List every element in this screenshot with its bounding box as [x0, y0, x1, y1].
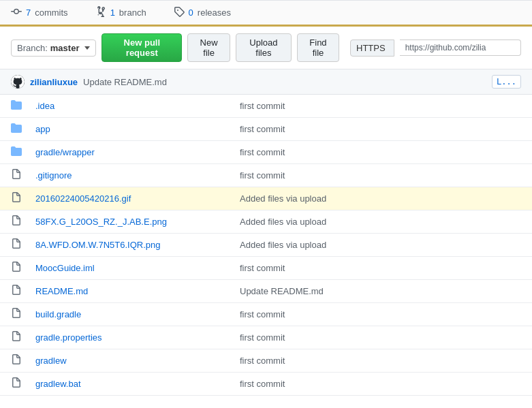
branch-caret-icon [84, 46, 90, 50]
file-name-link[interactable]: 58FX.G_L20OS_RZ._J.AB.E.png [35, 217, 167, 227]
file-commit-message[interactable]: first commit [240, 332, 285, 343]
file-name-link[interactable]: MoocGuide.iml [35, 263, 95, 273]
find-file-button[interactable]: Find file [297, 33, 339, 62]
file-icon [0, 326, 25, 349]
new-pull-request-button[interactable]: New pull request [101, 33, 182, 62]
upload-files-button[interactable]: Upload files [236, 33, 292, 62]
commit-hash[interactable]: L... [492, 75, 521, 89]
file-icon [0, 280, 25, 303]
branches-stat[interactable]: 1 branch [95, 6, 146, 19]
file-icon [0, 164, 25, 187]
branch-count[interactable]: 1 [110, 7, 115, 18]
file-icon [0, 234, 25, 257]
table-row: .ideafirst commit [0, 95, 532, 118]
commits-icon [11, 6, 22, 19]
table-row: gradlew.batfirst commit [0, 373, 532, 396]
branch-icon [95, 6, 106, 19]
file-commit-message[interactable]: Update README.md [240, 286, 324, 296]
table-row: .gitignorefirst commit [0, 164, 532, 187]
table-row: 20160224005420216.gifAdded files via upl… [0, 187, 532, 210]
commits-label: commits [35, 7, 67, 18]
file-commit-message[interactable]: first commit [240, 170, 285, 181]
file-commit-message[interactable]: first commit [240, 101, 285, 111]
table-row: README.mdUpdate README.md [0, 280, 532, 303]
file-commit-message[interactable]: first commit [240, 309, 285, 319]
table-row: gradlewfirst commit [0, 349, 532, 373]
file-commit-message[interactable]: Added files via upload [240, 240, 326, 250]
new-file-button[interactable]: New file [187, 33, 230, 62]
table-row: 58FX.G_L20OS_RZ._J.AB.E.pngAdded files v… [0, 210, 532, 234]
commit-message: Update README.md [83, 77, 167, 87]
branch-label: branch [119, 7, 146, 18]
repo-stats-bar: 7 commits 1 branch 0 releases [0, 0, 532, 27]
clone-url-display[interactable]: https://github.com/zilia [400, 40, 521, 56]
latest-commit-bar: zilianliuxue Update README.md L... [0, 69, 532, 95]
file-name-link[interactable]: build.gradle [35, 309, 81, 319]
releases-count[interactable]: 0 [189, 7, 193, 18]
file-icon [0, 349, 25, 373]
clone-protocol-label: HTTPS [356, 43, 386, 53]
commit-author[interactable]: zilianliuxue [30, 77, 78, 87]
table-row: gradle.propertiesfirst commit [0, 326, 532, 349]
file-icon [0, 303, 25, 326]
file-name-link[interactable]: README.md [35, 286, 88, 296]
table-row: 8A.WFD.OM.W.7N5T6.IQR.pngAdded files via… [0, 234, 532, 257]
folder-icon [0, 118, 25, 141]
commits-count[interactable]: 7 [26, 7, 31, 18]
file-name-link[interactable]: .idea [35, 101, 54, 111]
file-commit-message[interactable]: Added files via upload [240, 217, 326, 227]
file-name-link[interactable]: gradlew.bat [35, 379, 81, 389]
commits-stat[interactable]: 7 commits [11, 6, 68, 19]
file-commit-message[interactable]: first commit [240, 263, 285, 273]
file-icon [0, 187, 25, 210]
file-commit-message[interactable]: first commit [240, 147, 285, 157]
branch-prefix: Branch: [17, 43, 48, 53]
file-commit-message[interactable]: Added files via upload [240, 193, 326, 204]
file-icon [0, 210, 25, 234]
releases-icon [174, 6, 185, 19]
file-name-link[interactable]: 8A.WFD.OM.W.7N5T6.IQR.png [35, 240, 161, 250]
file-commit-message[interactable]: first commit [240, 379, 285, 389]
table-row: build.gradlefirst commit [0, 303, 532, 326]
folder-icon [0, 95, 25, 118]
file-name-link[interactable]: gradle/wrapper [35, 147, 95, 157]
branch-selector[interactable]: Branch: master [11, 40, 96, 57]
file-icon [0, 373, 25, 396]
file-commit-message[interactable]: first commit [240, 124, 285, 134]
clone-protocol-selector[interactable]: HTTPS [350, 40, 394, 57]
file-name-link[interactable]: 20160224005420216.gif [35, 193, 131, 204]
file-commit-message[interactable]: first commit [240, 356, 285, 366]
releases-stat[interactable]: 0 releases [174, 6, 231, 19]
repo-toolbar: Branch: master New pull request New file… [0, 27, 532, 69]
avatar [11, 75, 25, 89]
releases-label: releases [198, 7, 231, 18]
file-table: .ideafirst commitappfirst commitgradle/w… [0, 95, 532, 396]
file-icon [0, 257, 25, 280]
file-name-link[interactable]: .gitignore [35, 170, 72, 181]
branch-name: master [50, 43, 80, 53]
file-name-link[interactable]: gradlew [35, 356, 67, 366]
table-row: gradle/wrapperfirst commit [0, 141, 532, 164]
table-row: appfirst commit [0, 118, 532, 141]
folder-icon [0, 141, 25, 164]
file-name-link[interactable]: app [35, 124, 50, 134]
file-name-link[interactable]: gradle.properties [35, 332, 102, 343]
table-row: MoocGuide.imlfirst commit [0, 257, 532, 280]
